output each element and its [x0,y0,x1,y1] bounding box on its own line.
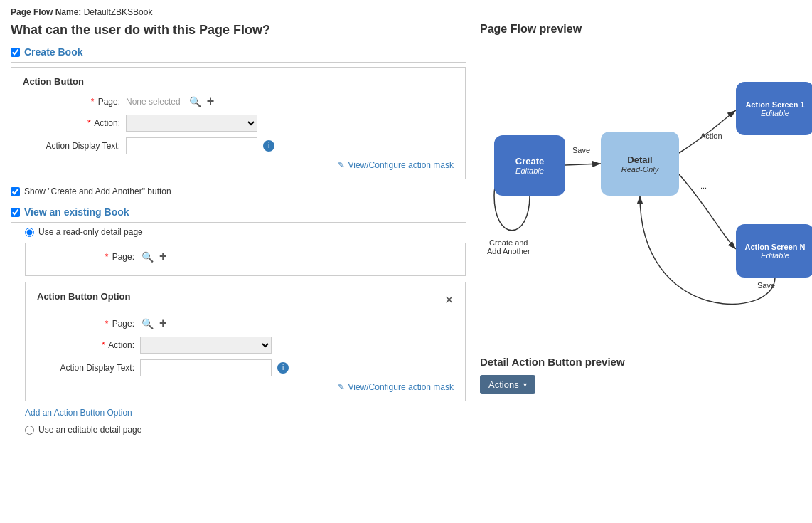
page-flow-name-label: Page Flow Name: [11,7,81,17]
action1-node: Action Screen 1 Editable [736,82,812,135]
editable-radio-option: Use an editable detail page [25,425,466,435]
save-label: Save [572,146,590,154]
page-flow-name-bar: Page Flow Name: DefaultZBKSBook [11,7,801,17]
create-mask-pencil-icon: ✎ [338,160,345,170]
option-page-required: * [105,319,109,329]
show-create-btn-label: Show "Create and Add Another" button [24,186,171,196]
option-header: Action Button Option ✕ [37,291,454,309]
view-page-add-btn[interactable]: + [158,249,169,264]
create-display-text-input[interactable] [126,137,257,154]
create-page-add-btn[interactable]: + [205,94,216,109]
option-view-action-mask: ✎ View/Configure action mask [37,382,454,392]
option-view-mask-link[interactable]: ✎ View/Configure action mask [338,382,454,392]
readonly-page-box: * Page: 🔍 + [25,243,466,276]
option-display-text-info-icon[interactable]: i [277,362,289,374]
readonly-radio-option: Use a read-only detail page [25,227,466,237]
actions-caret-icon: ▾ [523,381,527,389]
create-page-none-selected: None selected [126,97,181,107]
create-display-text-value: i [126,137,274,154]
create-book-checkbox[interactable] [11,48,20,57]
editable-radio[interactable] [25,426,34,435]
view-existing-checkbox[interactable] [11,208,20,217]
option-page-zoom-btn[interactable]: 🔍 [140,318,155,329]
create-node-line1: Create [515,156,544,167]
page-flow-name-value: DefaultZBKSBook [84,7,153,17]
save-bottom-label: Save [757,281,775,290]
view-page-value: 🔍 + [140,249,169,264]
create-view-action-mask: ✎ View/Configure action mask [23,160,454,170]
option-action-row: * Action: [37,337,454,354]
create-page-required: * [91,97,95,107]
option-action-label: * Action: [37,340,140,350]
main-question: What can the user do with this Page Flow… [11,23,466,38]
view-existing-section: View an existing Book Use a read-only de… [11,206,466,435]
view-existing-section-header: View an existing Book [11,206,466,223]
create-book-section-header: Create Book [11,46,466,63]
view-page-required: * [105,252,109,262]
close-option-btn[interactable]: ✕ [444,293,454,307]
svg-line-1 [565,164,601,165]
detail-node: Detail Read-Only [601,132,679,196]
option-action-value [140,337,272,354]
flow-preview-title: Page Flow preview [480,23,812,36]
right-panel: Page Flow preview [480,23,812,440]
readonly-radio-label: Use a read-only detail page [38,227,143,237]
show-create-btn-checkbox[interactable] [11,187,20,196]
view-page-zoom-btn[interactable]: 🔍 [140,251,155,263]
create-page-zoom-btn[interactable]: 🔍 [188,96,203,107]
create-action-value [126,115,257,132]
create-add-another-label: Create andAdd Another [487,238,530,255]
action-button-option-box: Action Button Option ✕ * Page: 🔍 + [25,282,466,401]
create-action-select[interactable] [126,115,257,132]
action-label: Action [700,132,722,140]
create-node: Create Editable [494,135,565,196]
actionn-node-line1: Action Screen N [745,243,806,251]
flow-diagram: Create Editable Detail Read-Only Action … [480,43,812,342]
create-action-row: * Action: [23,115,454,132]
option-page-add-btn[interactable]: + [158,316,169,331]
option-mask-pencil-icon: ✎ [338,382,345,392]
option-page-value: 🔍 + [140,316,169,331]
create-display-text-label: Action Display Text: [23,141,126,151]
editable-radio-label: Use an editable detail page [38,425,141,435]
create-book-label: Create Book [24,46,82,58]
view-existing-label: View an existing Book [24,206,129,218]
action1-node-line1: Action Screen 1 [745,100,804,109]
view-page-row: * Page: 🔍 + [37,249,454,264]
create-page-row: * Page: None selected 🔍 + [23,94,454,109]
view-page-label: * Page: [37,252,140,262]
left-panel: What can the user do with this Page Flow… [11,23,466,440]
detail-node-line1: Detail [627,154,652,165]
option-display-text-value: i [140,359,289,376]
option-display-text-row: Action Display Text: i [37,359,454,376]
create-page-label: * Page: [23,97,126,107]
detail-node-line2: Read-Only [621,165,659,174]
option-display-text-input[interactable] [140,359,272,376]
create-action-required: * [87,118,91,128]
option-action-select[interactable] [140,337,272,354]
dots-label: ... [700,181,707,190]
actions-btn-label: Actions [488,379,519,390]
create-display-text-info-icon[interactable]: i [263,140,274,152]
option-action-required: * [102,340,105,350]
create-view-mask-link[interactable]: ✎ View/Configure action mask [338,160,454,170]
create-action-label: * Action: [23,118,126,128]
actions-dropdown-button[interactable]: Actions ▾ [480,375,535,394]
create-display-text-row: Action Display Text: i [23,137,454,154]
detail-preview-title: Detail Action Button preview [480,356,812,368]
create-action-button-title: Action Button [23,76,454,87]
add-action-button-option-link[interactable]: Add an Action Button Option [25,408,132,418]
create-page-value: None selected 🔍 + [126,94,215,109]
option-display-text-label: Action Display Text: [37,363,140,373]
create-action-button-box: Action Button * Page: None selected 🔍 + [11,67,466,179]
actionn-node: Action Screen N Editable [736,224,812,278]
action-button-option-title: Action Button Option [37,291,130,302]
option-page-label: * Page: [37,319,140,329]
option-page-row: * Page: 🔍 + [37,316,454,331]
readonly-radio[interactable] [25,228,34,237]
actionn-node-line2: Editable [761,251,789,260]
create-node-line2: Editable [515,167,544,175]
action1-node-line2: Editable [761,109,789,117]
show-create-btn-row: Show "Create and Add Another" button [11,186,466,196]
